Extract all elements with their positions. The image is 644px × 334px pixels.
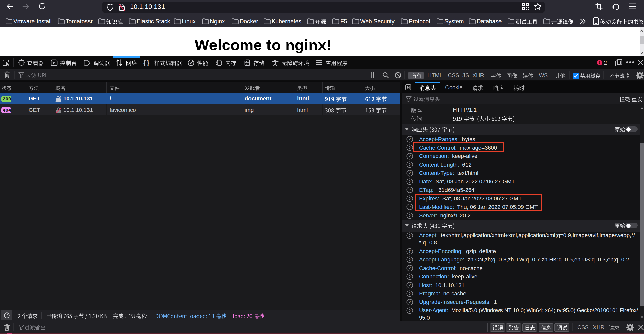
svg-text:?: ? <box>408 145 411 150</box>
svg-text:?: ? <box>408 179 411 184</box>
svg-text:?: ? <box>408 137 411 141</box>
svg-text:?: ? <box>408 266 411 270</box>
svg-text:?: ? <box>408 233 411 238</box>
svg-text:?: ? <box>408 205 411 209</box>
svg-text:?: ? <box>408 308 411 313</box>
svg-text:?: ? <box>408 213 411 218</box>
svg-text:?: ? <box>408 154 411 158</box>
svg-text:?: ? <box>408 171 411 175</box>
svg-text:?: ? <box>408 274 411 279</box>
svg-text:?: ? <box>408 257 411 262</box>
svg-text:?: ? <box>408 300 411 304</box>
svg-text:?: ? <box>408 188 411 192</box>
svg-text:?: ? <box>408 283 411 287</box>
svg-text:?: ? <box>408 162 411 167</box>
svg-text:?: ? <box>408 249 411 253</box>
svg-text:?: ? <box>408 291 411 296</box>
svg-text:?: ? <box>408 196 411 201</box>
